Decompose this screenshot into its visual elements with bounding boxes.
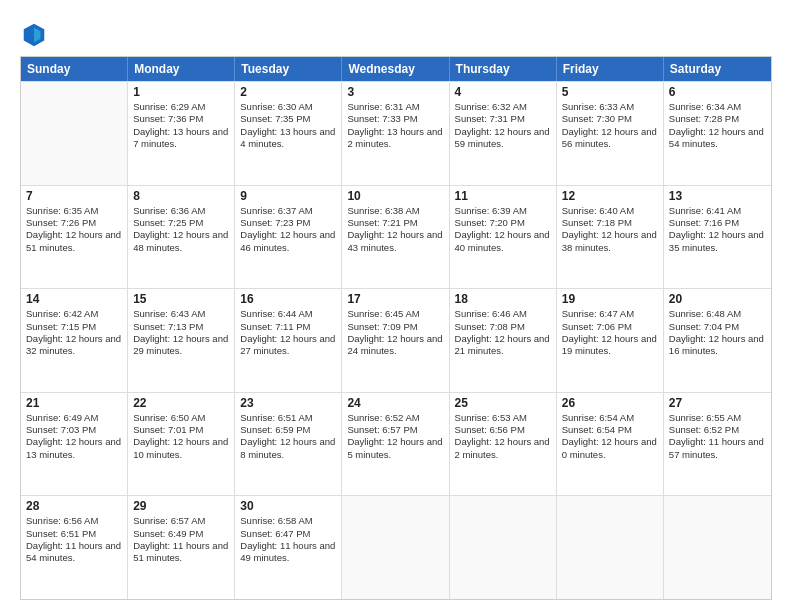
day-number: 6 (669, 85, 766, 99)
sunset: Sunset: 7:21 PM (347, 217, 443, 229)
sunset: Sunset: 7:25 PM (133, 217, 229, 229)
sunset: Sunset: 7:04 PM (669, 321, 766, 333)
sunrise: Sunrise: 6:57 AM (133, 515, 229, 527)
daylight: Daylight: 12 hours and 56 minutes. (562, 126, 658, 151)
sunrise: Sunrise: 6:48 AM (669, 308, 766, 320)
sunrise: Sunrise: 6:49 AM (26, 412, 122, 424)
cal-cell (557, 496, 664, 599)
sunset: Sunset: 7:35 PM (240, 113, 336, 125)
cal-cell: 28Sunrise: 6:56 AMSunset: 6:51 PMDayligh… (21, 496, 128, 599)
cal-header-monday: Monday (128, 57, 235, 81)
day-number: 4 (455, 85, 551, 99)
sunset: Sunset: 6:59 PM (240, 424, 336, 436)
cal-cell: 11Sunrise: 6:39 AMSunset: 7:20 PMDayligh… (450, 186, 557, 289)
cal-cell: 2Sunrise: 6:30 AMSunset: 7:35 PMDaylight… (235, 82, 342, 185)
sunrise: Sunrise: 6:53 AM (455, 412, 551, 424)
cal-cell: 25Sunrise: 6:53 AMSunset: 6:56 PMDayligh… (450, 393, 557, 496)
sunset: Sunset: 7:33 PM (347, 113, 443, 125)
sunset: Sunset: 6:54 PM (562, 424, 658, 436)
sunset: Sunset: 6:47 PM (240, 528, 336, 540)
cal-week-2: 7Sunrise: 6:35 AMSunset: 7:26 PMDaylight… (21, 185, 771, 289)
sunrise: Sunrise: 6:32 AM (455, 101, 551, 113)
day-number: 19 (562, 292, 658, 306)
sunset: Sunset: 6:49 PM (133, 528, 229, 540)
day-number: 8 (133, 189, 229, 203)
day-number: 9 (240, 189, 336, 203)
cal-header-thursday: Thursday (450, 57, 557, 81)
sunrise: Sunrise: 6:36 AM (133, 205, 229, 217)
sunrise: Sunrise: 6:40 AM (562, 205, 658, 217)
cal-cell: 15Sunrise: 6:43 AMSunset: 7:13 PMDayligh… (128, 289, 235, 392)
daylight: Daylight: 12 hours and 43 minutes. (347, 229, 443, 254)
sunrise: Sunrise: 6:42 AM (26, 308, 122, 320)
day-number: 13 (669, 189, 766, 203)
daylight: Daylight: 12 hours and 46 minutes. (240, 229, 336, 254)
day-number: 10 (347, 189, 443, 203)
cal-week-3: 14Sunrise: 6:42 AMSunset: 7:15 PMDayligh… (21, 288, 771, 392)
cal-cell: 8Sunrise: 6:36 AMSunset: 7:25 PMDaylight… (128, 186, 235, 289)
daylight: Daylight: 11 hours and 57 minutes. (669, 436, 766, 461)
sunrise: Sunrise: 6:31 AM (347, 101, 443, 113)
cal-cell: 6Sunrise: 6:34 AMSunset: 7:28 PMDaylight… (664, 82, 771, 185)
sunrise: Sunrise: 6:45 AM (347, 308, 443, 320)
daylight: Daylight: 12 hours and 2 minutes. (455, 436, 551, 461)
sunset: Sunset: 7:30 PM (562, 113, 658, 125)
cal-week-5: 28Sunrise: 6:56 AMSunset: 6:51 PMDayligh… (21, 495, 771, 599)
cal-cell: 3Sunrise: 6:31 AMSunset: 7:33 PMDaylight… (342, 82, 449, 185)
calendar-header-row: SundayMondayTuesdayWednesdayThursdayFrid… (21, 57, 771, 81)
sunset: Sunset: 7:09 PM (347, 321, 443, 333)
daylight: Daylight: 12 hours and 59 minutes. (455, 126, 551, 151)
daylight: Daylight: 12 hours and 40 minutes. (455, 229, 551, 254)
day-number: 14 (26, 292, 122, 306)
daylight: Daylight: 11 hours and 49 minutes. (240, 540, 336, 565)
daylight: Daylight: 12 hours and 5 minutes. (347, 436, 443, 461)
daylight: Daylight: 12 hours and 29 minutes. (133, 333, 229, 358)
cal-cell: 16Sunrise: 6:44 AMSunset: 7:11 PMDayligh… (235, 289, 342, 392)
day-number: 22 (133, 396, 229, 410)
cal-cell (450, 496, 557, 599)
cal-cell (342, 496, 449, 599)
sunrise: Sunrise: 6:33 AM (562, 101, 658, 113)
cal-cell: 20Sunrise: 6:48 AMSunset: 7:04 PMDayligh… (664, 289, 771, 392)
calendar-body: 1Sunrise: 6:29 AMSunset: 7:36 PMDaylight… (21, 81, 771, 599)
cal-cell: 1Sunrise: 6:29 AMSunset: 7:36 PMDaylight… (128, 82, 235, 185)
day-number: 21 (26, 396, 122, 410)
cal-header-tuesday: Tuesday (235, 57, 342, 81)
day-number: 11 (455, 189, 551, 203)
day-number: 20 (669, 292, 766, 306)
daylight: Daylight: 12 hours and 8 minutes. (240, 436, 336, 461)
sunrise: Sunrise: 6:56 AM (26, 515, 122, 527)
sunrise: Sunrise: 6:43 AM (133, 308, 229, 320)
day-number: 17 (347, 292, 443, 306)
sunrise: Sunrise: 6:50 AM (133, 412, 229, 424)
daylight: Daylight: 13 hours and 7 minutes. (133, 126, 229, 151)
daylight: Daylight: 11 hours and 54 minutes. (26, 540, 122, 565)
cal-week-4: 21Sunrise: 6:49 AMSunset: 7:03 PMDayligh… (21, 392, 771, 496)
sunrise: Sunrise: 6:54 AM (562, 412, 658, 424)
sunset: Sunset: 7:16 PM (669, 217, 766, 229)
cal-cell: 5Sunrise: 6:33 AMSunset: 7:30 PMDaylight… (557, 82, 664, 185)
cal-header-wednesday: Wednesday (342, 57, 449, 81)
cal-cell: 13Sunrise: 6:41 AMSunset: 7:16 PMDayligh… (664, 186, 771, 289)
day-number: 12 (562, 189, 658, 203)
daylight: Daylight: 12 hours and 38 minutes. (562, 229, 658, 254)
cal-cell: 24Sunrise: 6:52 AMSunset: 6:57 PMDayligh… (342, 393, 449, 496)
daylight: Daylight: 12 hours and 0 minutes. (562, 436, 658, 461)
daylight: Daylight: 12 hours and 13 minutes. (26, 436, 122, 461)
sunset: Sunset: 6:52 PM (669, 424, 766, 436)
sunrise: Sunrise: 6:29 AM (133, 101, 229, 113)
daylight: Daylight: 12 hours and 10 minutes. (133, 436, 229, 461)
cal-cell: 10Sunrise: 6:38 AMSunset: 7:21 PMDayligh… (342, 186, 449, 289)
sunset: Sunset: 7:11 PM (240, 321, 336, 333)
cal-cell: 9Sunrise: 6:37 AMSunset: 7:23 PMDaylight… (235, 186, 342, 289)
daylight: Daylight: 13 hours and 4 minutes. (240, 126, 336, 151)
day-number: 7 (26, 189, 122, 203)
sunrise: Sunrise: 6:37 AM (240, 205, 336, 217)
calendar: SundayMondayTuesdayWednesdayThursdayFrid… (20, 56, 772, 600)
sunset: Sunset: 6:51 PM (26, 528, 122, 540)
sunset: Sunset: 7:31 PM (455, 113, 551, 125)
day-number: 24 (347, 396, 443, 410)
cal-cell: 7Sunrise: 6:35 AMSunset: 7:26 PMDaylight… (21, 186, 128, 289)
daylight: Daylight: 12 hours and 32 minutes. (26, 333, 122, 358)
cal-week-1: 1Sunrise: 6:29 AMSunset: 7:36 PMDaylight… (21, 81, 771, 185)
